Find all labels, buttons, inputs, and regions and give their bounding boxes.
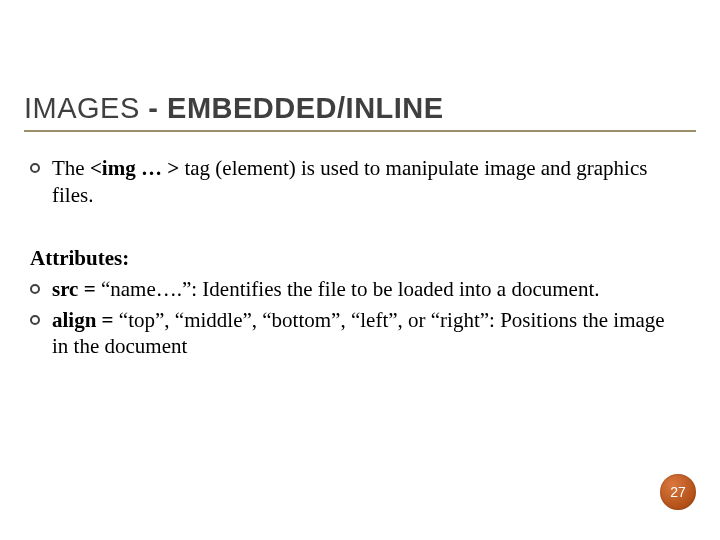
slide-title: IMAGES - EMBEDDED/INLINE <box>24 92 444 125</box>
title-underline <box>24 130 696 132</box>
bullet-intro-text: The <img … > tag (element) is used to ma… <box>52 155 670 209</box>
bullet-align-text: align = “top”, “middle”, “bottom”, “left… <box>52 307 670 361</box>
intro-tag: <img … > <box>90 156 179 180</box>
slide-body: The <img … > tag (element) is used to ma… <box>30 155 670 364</box>
bullet-icon <box>30 284 40 294</box>
bullet-icon <box>30 163 40 173</box>
bullet-icon <box>30 315 40 325</box>
title-bold: - EMBEDDED/INLINE <box>148 92 443 124</box>
page-number-badge: 27 <box>660 474 696 510</box>
intro-pre: The <box>52 156 90 180</box>
page-number: 27 <box>670 484 686 500</box>
align-bold: align = <box>52 308 119 332</box>
title-plain: IMAGES <box>24 92 148 124</box>
spacer <box>30 213 670 245</box>
bullet-src: src = “name….”: Identifies the file to b… <box>30 276 670 303</box>
slide: IMAGES - EMBEDDED/INLINE The <img … > ta… <box>0 0 720 540</box>
bullet-src-text: src = “name….”: Identifies the file to b… <box>52 276 670 303</box>
src-bold: src = <box>52 277 101 301</box>
align-rest: “top”, “middle”, “bottom”, “left”, or “r… <box>52 308 665 359</box>
attributes-heading: Attributes: <box>30 245 670 272</box>
bullet-align: align = “top”, “middle”, “bottom”, “left… <box>30 307 670 361</box>
bullet-intro: The <img … > tag (element) is used to ma… <box>30 155 670 209</box>
src-rest: “name….”: Identifies the file to be load… <box>101 277 600 301</box>
